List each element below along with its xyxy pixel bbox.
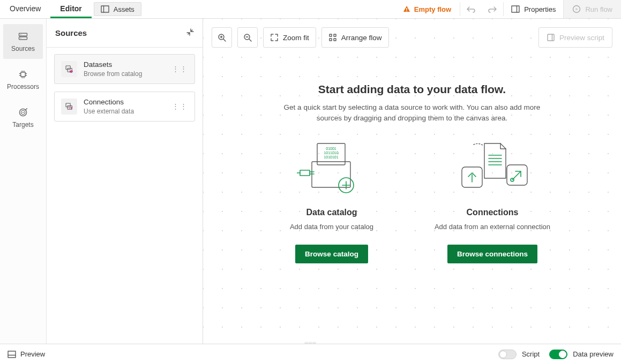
undo-icon — [466, 4, 476, 14]
drag-handle[interactable]: ⋮⋮ — [172, 67, 188, 71]
top-bar: Overview Editor Assets Empty flow Proper… — [0, 0, 621, 19]
empty-col-catalog: 01001 1011010 1010101 Data catalo — [262, 139, 401, 263]
panel-icon — [101, 5, 109, 13]
empty-col-connections: Connections Add data from an external co… — [423, 139, 562, 263]
svg-rect-39 — [334, 39, 336, 41]
empty-subheading: Get a quick start by selecting a data so… — [283, 102, 541, 124]
drag-handle[interactable]: ⋮⋮ — [172, 105, 188, 109]
svg-rect-8 — [19, 36, 27, 39]
body: Sources Processors Targets Sources Datas — [0, 19, 621, 344]
canvas-toolbar: Zoom fit Arrange flow — [212, 27, 389, 48]
source-subtitle: Use external data — [84, 108, 166, 116]
svg-rect-3 — [406, 11, 407, 12]
svg-text:01001: 01001 — [326, 147, 336, 150]
zoom-out-button[interactable] — [237, 27, 258, 48]
svg-rect-37 — [334, 34, 336, 36]
browse-catalog-button[interactable]: Browse catalog — [295, 245, 368, 263]
properties-button[interactable]: Properties — [504, 0, 563, 18]
panel-header: Sources — [47, 19, 203, 48]
zoom-in-button[interactable] — [212, 27, 232, 48]
svg-line-34 — [249, 39, 251, 41]
svg-line-30 — [223, 39, 226, 41]
warning-icon — [402, 5, 411, 13]
canvas[interactable]: Zoom fit Arrange flow Preview script Sta… — [203, 19, 621, 344]
data-preview-label: Data preview — [573, 350, 613, 358]
empty-flow-label: Empty flow — [414, 5, 451, 13]
preview-script-label: Preview script — [559, 34, 604, 42]
source-text: Datasets Browse from catalog — [84, 60, 166, 78]
drawer-handle[interactable]: ═══ — [300, 342, 321, 344]
empty-flow-warning: Empty flow — [394, 0, 460, 18]
empty-heading: Start adding data to your data flow. — [251, 83, 573, 96]
play-icon — [572, 5, 581, 13]
arrange-icon — [328, 33, 337, 42]
redo-button[interactable] — [482, 0, 503, 18]
svg-rect-38 — [330, 39, 332, 41]
empty-state: Start adding data to your data flow. Get… — [251, 83, 573, 263]
undo-button[interactable] — [460, 0, 482, 18]
catalog-illustration: 01001 1011010 1010101 — [297, 139, 366, 198]
data-preview-toggle[interactable] — [549, 350, 567, 359]
connections-icon — [61, 98, 77, 115]
preview-script-button: Preview script — [538, 27, 612, 48]
source-title: Datasets — [84, 60, 166, 70]
sources-icon — [18, 31, 28, 42]
panel-icon — [8, 351, 16, 358]
assets-label: Assets — [114, 5, 134, 13]
preview-button[interactable]: Preview — [8, 350, 45, 358]
script-icon — [547, 33, 555, 42]
bottom-bar: Preview Script Data preview — [0, 344, 621, 364]
svg-rect-7 — [19, 33, 27, 36]
datasets-icon — [61, 61, 77, 77]
svg-rect-47 — [300, 170, 310, 176]
arrange-label: Arrange flow — [341, 34, 382, 42]
button-label: Browse catalog — [305, 250, 358, 258]
collapse-panel-button[interactable] — [186, 28, 194, 37]
script-toggle[interactable] — [498, 350, 517, 359]
source-card-datasets[interactable]: Datasets Browse from catalog ⋮⋮ — [54, 54, 195, 84]
rail-label: Targets — [12, 121, 33, 128]
tab-overview[interactable]: Overview — [0, 0, 50, 18]
rail-item-processors[interactable]: Processors — [3, 62, 43, 97]
svg-text:1011010: 1011010 — [324, 151, 338, 155]
zoom-fit-button[interactable]: Zoom fit — [263, 27, 316, 48]
zoom-out-icon — [243, 33, 252, 42]
redo-icon — [488, 4, 497, 14]
connections-illustration — [452, 139, 533, 198]
tab-label: Editor — [60, 4, 81, 13]
processors-icon — [18, 69, 28, 80]
svg-line-23 — [25, 108, 27, 110]
source-card-connections[interactable]: Connections Use external data ⋮⋮ — [54, 92, 195, 122]
targets-icon — [18, 107, 28, 118]
tab-editor[interactable]: Editor — [50, 0, 91, 18]
svg-rect-27 — [66, 103, 70, 107]
tab-label: Overview — [10, 4, 41, 13]
svg-rect-0 — [101, 6, 109, 12]
col-subtitle: Add data from an external connection — [435, 223, 550, 231]
run-flow-button: Run flow — [563, 0, 621, 18]
button-label: Browse connections — [457, 250, 528, 258]
svg-rect-11 — [21, 72, 25, 76]
svg-text:1010101: 1010101 — [324, 155, 338, 159]
svg-rect-24 — [66, 66, 70, 70]
sources-panel: Sources Datasets Browse from catalog ⋮⋮ — [47, 19, 203, 344]
col-subtitle: Add data from your catalog — [290, 223, 373, 231]
svg-rect-4 — [512, 6, 519, 12]
assets-button[interactable]: Assets — [94, 2, 141, 16]
panel-body: Datasets Browse from catalog ⋮⋮ Connecti… — [47, 48, 203, 128]
browse-connections-button[interactable]: Browse connections — [447, 245, 537, 263]
properties-label: Properties — [524, 5, 556, 13]
panel-title: Sources — [55, 28, 87, 37]
preview-label: Preview — [20, 350, 45, 358]
rail-item-targets[interactable]: Targets — [3, 100, 43, 135]
source-title: Connections — [84, 97, 166, 107]
zoom-fit-label: Zoom fit — [283, 34, 309, 42]
svg-rect-43 — [312, 162, 350, 187]
svg-rect-2 — [406, 8, 407, 10]
collapse-icon — [186, 28, 194, 36]
rail-label: Processors — [7, 83, 39, 90]
rail-item-sources[interactable]: Sources — [3, 24, 43, 59]
zoom-in-icon — [218, 33, 226, 42]
svg-rect-36 — [330, 34, 332, 36]
arrange-flow-button[interactable]: Arrange flow — [321, 27, 389, 48]
